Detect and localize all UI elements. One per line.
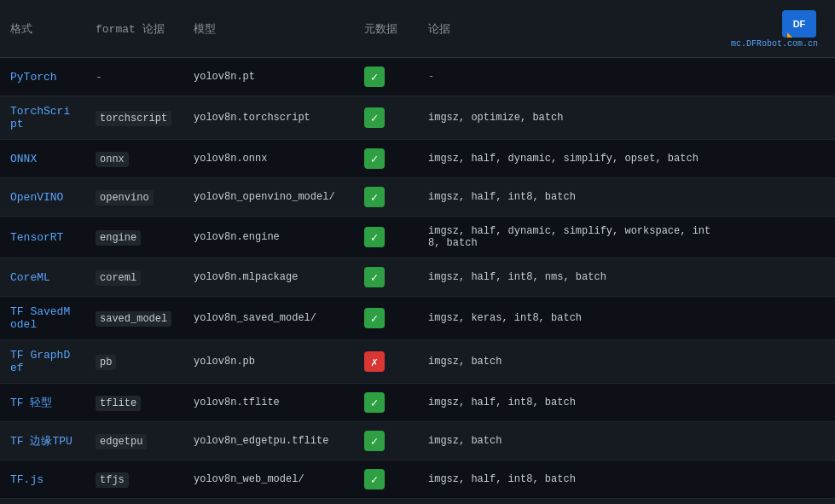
format-arg-value: coreml	[96, 270, 141, 286]
cell-format-arg: onnx	[85, 140, 183, 178]
export-formats-table: 格式 format 论据 模型 元数据 论据 DF mc.DFRobot.com…	[0, 0, 835, 504]
check-icon: ✓	[364, 308, 385, 328]
cell-metadata: ✓	[354, 461, 418, 499]
cell-format-arg: coreml	[85, 258, 183, 297]
table-row: TF 轻型tfliteyolov8n.tflite✓imgsz, half, i…	[0, 384, 835, 422]
main-container: 格式 format 论据 模型 元数据 论据 DF mc.DFRobot.com…	[0, 0, 835, 504]
cell-model: yolov8n.torchscript	[183, 96, 354, 140]
cell-format[interactable]: TF GraphDef	[0, 340, 85, 384]
cell-logo-spacer	[725, 217, 835, 258]
cell-args: -	[418, 58, 725, 96]
check-icon: ✓	[364, 431, 385, 451]
col-header-format-arg: format 论据	[85, 0, 183, 58]
cell-metadata: ✓	[354, 178, 418, 217]
dash-value: -	[428, 71, 434, 83]
cell-format[interactable]: TF.js	[0, 461, 85, 499]
cell-logo-spacer	[725, 96, 835, 140]
cell-format-arg: pb	[85, 340, 183, 384]
cell-model: yolov8n.onnx	[183, 140, 354, 178]
cell-metadata: ✓	[354, 297, 418, 340]
format-link[interactable]: OpenVINO	[10, 191, 63, 204]
cell-logo-spacer	[725, 58, 835, 96]
cell-logo-spacer	[725, 140, 835, 178]
cell-metadata: ✓	[354, 140, 418, 178]
format-arg-value: openvino	[96, 190, 154, 206]
check-icon: ✓	[364, 267, 385, 287]
cell-metadata: ✓	[354, 422, 418, 461]
cell-format-arg: engine	[85, 217, 183, 258]
table-body: PyTorch-yolov8n.pt✓-TorchScripttorchscri…	[0, 58, 835, 505]
table-row: PaddlePaddlepaddleyolov8n_paddle_model/✓…	[0, 499, 835, 505]
cell-args: imgsz, batch	[418, 499, 725, 505]
col-header-logo: DF mc.DFRobot.com.cn	[725, 0, 835, 58]
cell-metadata: ✓	[354, 384, 418, 422]
cell-logo-spacer	[725, 499, 835, 505]
cell-logo-spacer	[725, 258, 835, 297]
check-icon: ✓	[364, 148, 385, 169]
cell-format[interactable]: ONNX	[0, 140, 85, 178]
format-link[interactable]: TorchScript	[10, 105, 70, 130]
df-robot-logo-icon: DF	[780, 9, 818, 39]
cell-model: yolov8n.mlpackage	[183, 258, 354, 297]
format-link[interactable]: CoreML	[10, 271, 50, 284]
table-header: 格式 format 论据 模型 元数据 论据 DF mc.DFRobot.com…	[0, 0, 835, 58]
cell-format-arg: edgetpu	[85, 422, 183, 461]
check-icon: ✓	[364, 227, 385, 247]
format-link[interactable]: ONNX	[10, 153, 37, 165]
format-link[interactable]: TF GraphDef	[10, 349, 70, 374]
cell-args: imgsz, half, int8, batch	[418, 178, 725, 217]
format-arg-value: engine	[96, 230, 141, 246]
cell-metadata: ✓	[354, 258, 418, 297]
table-row: TF 边缘TPUedgetpuyolov8n_edgetpu.tflite✓im…	[0, 422, 835, 461]
cell-format[interactable]: TensorRT	[0, 217, 85, 258]
cell-format[interactable]: OpenVINO	[0, 178, 85, 217]
cell-format[interactable]: CoreML	[0, 258, 85, 297]
format-link[interactable]: TF SavedModel	[10, 305, 70, 331]
col-header-args: 论据	[418, 0, 725, 58]
cell-format[interactable]: TF SavedModel	[0, 297, 85, 340]
cell-logo-spacer	[725, 340, 835, 384]
cell-metadata: ✓	[354, 96, 418, 140]
cell-logo-spacer	[725, 422, 835, 461]
format-link[interactable]: PyTorch	[10, 71, 57, 84]
format-arg-value: pb	[96, 355, 116, 370]
dash-value: -	[96, 71, 102, 84]
format-arg-value: tflite	[96, 396, 141, 411]
format-link[interactable]: TF 轻型	[10, 397, 52, 409]
logo-site-label: mc.DFRobot.com.cn	[731, 39, 818, 49]
cell-model: yolov8n_openvino_model/	[183, 178, 354, 217]
table-row: ONNXonnxyolov8n.onnx✓imgsz, half, dynami…	[0, 140, 835, 178]
check-icon: ✓	[364, 67, 385, 87]
table-row: TorchScripttorchscriptyolov8n.torchscrip…	[0, 96, 835, 140]
format-link[interactable]: TensorRT	[10, 231, 63, 244]
format-link[interactable]: TF.js	[10, 473, 43, 486]
cell-model: yolov8n_web_model/	[183, 461, 354, 499]
table-row: TF.jstfjsyolov8n_web_model/✓imgsz, half,…	[0, 461, 835, 499]
cell-model: yolov8n_edgetpu.tflite	[183, 422, 354, 461]
check-icon: ✓	[364, 187, 385, 207]
cell-format[interactable]: TorchScript	[0, 96, 85, 140]
cross-icon: ✗	[364, 351, 385, 372]
cell-format[interactable]: PyTorch	[0, 58, 85, 96]
format-arg-value: tfjs	[96, 472, 129, 488]
format-link[interactable]: TF 边缘TPU	[10, 435, 72, 448]
cell-format[interactable]: TF 轻型	[0, 384, 85, 422]
cell-model: yolov8n.tflite	[183, 384, 354, 422]
cell-metadata: ✗	[354, 340, 418, 384]
format-arg-value: torchscript	[96, 111, 171, 126]
cell-format[interactable]: TF 边缘TPU	[0, 422, 85, 461]
cell-format-arg: tflite	[85, 384, 183, 422]
cell-metadata: ✓	[354, 217, 418, 258]
cell-model: yolov8n_paddle_model/	[183, 499, 354, 505]
cell-logo-spacer	[725, 384, 835, 422]
cell-args: imgsz, optimize, batch	[418, 96, 725, 140]
col-header-model: 模型	[183, 0, 354, 58]
svg-text:DF: DF	[793, 19, 806, 29]
cell-args: imgsz, keras, int8, batch	[418, 297, 725, 340]
cell-args: imgsz, half, dynamic, simplify, opset, b…	[418, 140, 725, 178]
table-row: TF SavedModelsaved_modelyolov8n_saved_mo…	[0, 297, 835, 340]
cell-format[interactable]: PaddlePaddle	[0, 499, 85, 505]
cell-format-arg: torchscript	[85, 96, 183, 140]
cell-args: imgsz, batch	[418, 340, 725, 384]
col-header-metadata: 元数据	[354, 0, 418, 58]
